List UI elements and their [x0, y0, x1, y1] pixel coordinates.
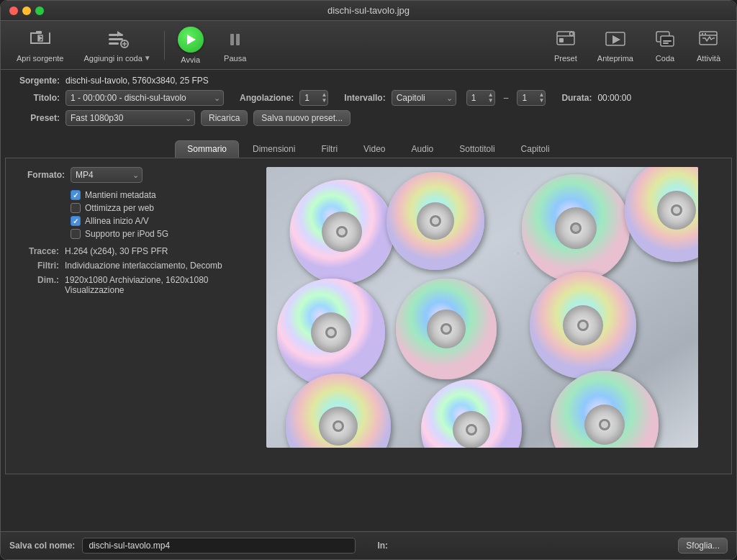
range-to-wrapper: ▲ ▼: [517, 90, 546, 106]
preset-label: Preset: [554, 54, 577, 63]
activity-button[interactable]: Attività: [687, 24, 731, 67]
dim-value: 1920x1080 Archiviazione, 1620x1080 Visua…: [65, 275, 230, 295]
tab-audio[interactable]: Audio: [399, 140, 446, 158]
save-filename-input[interactable]: [82, 538, 356, 554]
svg-marker-20: [612, 35, 620, 44]
add-queue-dropdown-arrow[interactable]: ▼: [144, 54, 151, 62]
svg-point-42: [432, 217, 439, 225]
activity-icon: [697, 28, 720, 51]
angolazione-down-arrow[interactable]: ▼: [321, 98, 327, 104]
svg-point-66: [468, 426, 475, 433]
title-row: Titolo: 1 - 00:00:00 - dischi-sul-tavolo…: [9, 90, 728, 106]
toolbar-sep-1: [164, 31, 165, 60]
tab-filtri[interactable]: Filtri: [309, 140, 350, 158]
title-label: Titolo:: [9, 93, 60, 103]
checkbox-ipod[interactable]: Supporto per iPod 5G: [71, 229, 230, 239]
checkbox-ipod-icon[interactable]: [71, 229, 81, 239]
source-label: Sorgente:: [9, 76, 60, 86]
svg-rect-4: [36, 31, 42, 34]
checkbox-web-icon[interactable]: [71, 203, 81, 213]
range-separator: –: [504, 93, 509, 103]
sfoglia-button[interactable]: Sfoglia...: [678, 538, 728, 554]
filtri-detail-row: Filtri: Individuazione interlacciamento,…: [14, 261, 230, 271]
start-button[interactable]: Avvia: [168, 22, 214, 68]
add-queue-button[interactable]: Aggiungi in coda ▼: [73, 24, 160, 67]
source-row: Sorgente: dischi-sul-tavolo, 5760x3840, …: [9, 76, 728, 86]
queue-label: Coda: [656, 54, 674, 63]
open-source-label: Apri sorgente: [17, 54, 63, 63]
checkbox-av[interactable]: ✓ Allinea inizio A/V: [71, 216, 230, 226]
tab-dimensioni[interactable]: Dimensioni: [240, 140, 307, 158]
tracce-label: Tracce:: [14, 246, 65, 256]
left-panel: Formato: MP4 MKV WebM ✓ Mantieni metad: [14, 167, 230, 465]
preset-select-wrapper: Fast 1080p30 HQ 1080p30 Very Fast 1080p3…: [65, 110, 195, 126]
preset-dropdown[interactable]: Fast 1080p30 HQ 1080p30 Very Fast 1080p3…: [65, 110, 195, 126]
start-label: Avvia: [181, 55, 200, 64]
svg-rect-9: [109, 42, 119, 45]
title-select-wrapper: 1 - 00:00:00 - dischi-sul-tavolo: [65, 90, 224, 106]
tab-capitoli[interactable]: Capitoli: [509, 140, 562, 158]
angolazione-arrows: ▲ ▼: [321, 92, 327, 104]
preset-icon: [554, 28, 577, 51]
svg-rect-27: [702, 33, 703, 35]
titlebar: dischi-sul-tavolo.jpg: [1, 1, 736, 21]
svg-rect-1: [30, 32, 32, 44]
svg-point-54: [443, 325, 450, 333]
title-dropdown[interactable]: 1 - 00:00:00 - dischi-sul-tavolo: [65, 90, 224, 106]
bottom-bar: Salva col nome: In: Sfoglia...: [1, 531, 736, 559]
tracce-row: Tracce: H.264 (x264), 30 FPS PFR: [14, 246, 230, 256]
ricarica-button[interactable]: Ricarica: [201, 110, 248, 126]
checkbox-av-icon[interactable]: ✓: [71, 216, 81, 226]
preset-button[interactable]: Preset: [544, 24, 587, 67]
checkbox-metadata[interactable]: ✓ Mantieni metadata: [71, 190, 230, 200]
svg-point-62: [335, 423, 342, 430]
source-value: dischi-sul-tavolo, 5760x3840, 25 FPS: [65, 76, 209, 86]
play-icon: [178, 27, 204, 53]
content-area: Sorgente: dischi-sul-tavolo, 5760x3840, …: [1, 70, 736, 559]
intervallo-select-wrapper: Capitoli Secondi Fotogrammi: [392, 90, 456, 106]
svg-rect-28: [705, 33, 706, 35]
preset-row-label: Preset:: [9, 113, 60, 123]
checkbox-av-label: Allinea inizio A/V: [85, 216, 149, 226]
toolbar-right: Preset Anteprima: [544, 24, 731, 67]
tab-sottotitoli[interactable]: Sottotitoli: [447, 140, 507, 158]
tab-video[interactable]: Video: [351, 140, 397, 158]
range-from-down[interactable]: ▼: [488, 98, 494, 104]
preview-image: [266, 167, 698, 448]
preview-button[interactable]: Anteprima: [587, 24, 643, 67]
pause-button[interactable]: Pausa: [214, 24, 257, 67]
toolbar: Apri sorgente Aggiungi in coda ▼: [1, 21, 736, 70]
minimize-button[interactable]: [22, 6, 31, 15]
checkbox-web[interactable]: Ottimizza per web: [71, 203, 230, 213]
tracce-value: H.264 (x264), 30 FPS PFR: [65, 246, 168, 256]
preview-label: Anteprima: [597, 54, 633, 63]
dim-label: Dim.:: [14, 275, 65, 295]
durata-value: 00:00:00: [597, 93, 631, 103]
in-label: In:: [377, 541, 388, 551]
intervallo-dropdown[interactable]: Capitoli Secondi Fotogrammi: [392, 90, 456, 106]
tab-sommario[interactable]: Sommario: [175, 140, 239, 158]
range-to-down[interactable]: ▼: [538, 98, 544, 104]
queue-button[interactable]: Coda: [643, 24, 687, 67]
close-button[interactable]: [9, 6, 18, 15]
formato-label: Formato:: [14, 170, 65, 180]
svg-point-17: [569, 32, 573, 35]
salva-preset-button[interactable]: Salva nuovo preset...: [253, 110, 351, 126]
svg-point-70: [601, 421, 608, 428]
preview-icon: [604, 28, 627, 51]
pause-icon: [224, 28, 247, 51]
checkbox-ipod-label: Supporto per iPod 5G: [85, 229, 168, 239]
maximize-button[interactable]: [35, 6, 44, 15]
checkbox-metadata-label: Mantieni metadata: [85, 190, 156, 200]
add-queue-label: Aggiungi in coda: [83, 54, 142, 63]
svg-point-58: [579, 322, 587, 329]
svg-point-46: [572, 225, 579, 232]
dim-row: Dim.: 1920x1080 Archiviazione, 1620x1080…: [14, 275, 230, 295]
formato-dropdown[interactable]: MP4 MKV WebM: [71, 167, 143, 183]
open-source-button[interactable]: Apri sorgente: [6, 24, 73, 67]
formato-select-wrapper: MP4 MKV WebM: [71, 167, 143, 183]
open-source-icon: [29, 28, 52, 51]
activity-label: Attività: [697, 54, 720, 63]
svg-point-38: [338, 228, 345, 235]
checkbox-metadata-icon[interactable]: ✓: [71, 190, 81, 200]
